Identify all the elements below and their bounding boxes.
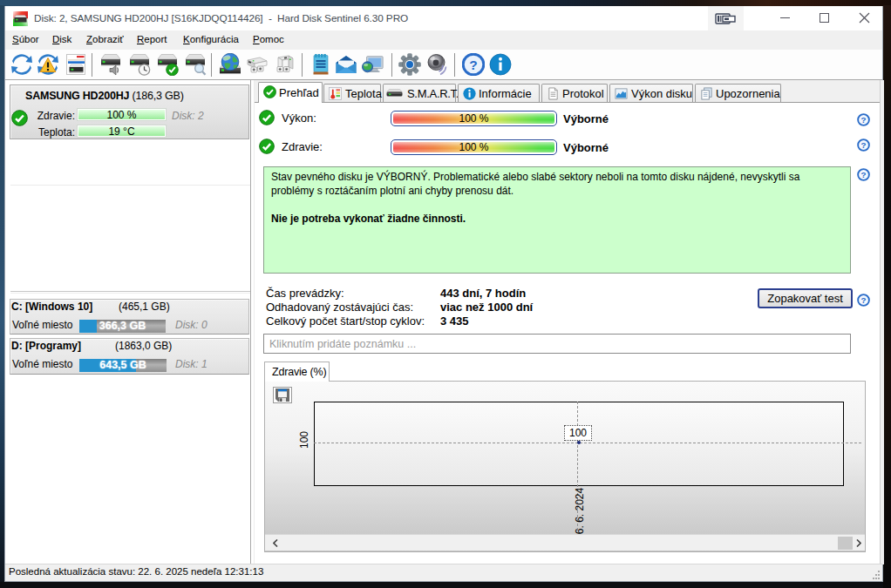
svg-text:?: ? [860, 170, 866, 179]
svg-text:?: ? [860, 115, 866, 125]
svg-text:?: ? [860, 140, 866, 150]
svg-text:?: ? [469, 57, 477, 72]
svg-text:?: ? [860, 295, 866, 305]
